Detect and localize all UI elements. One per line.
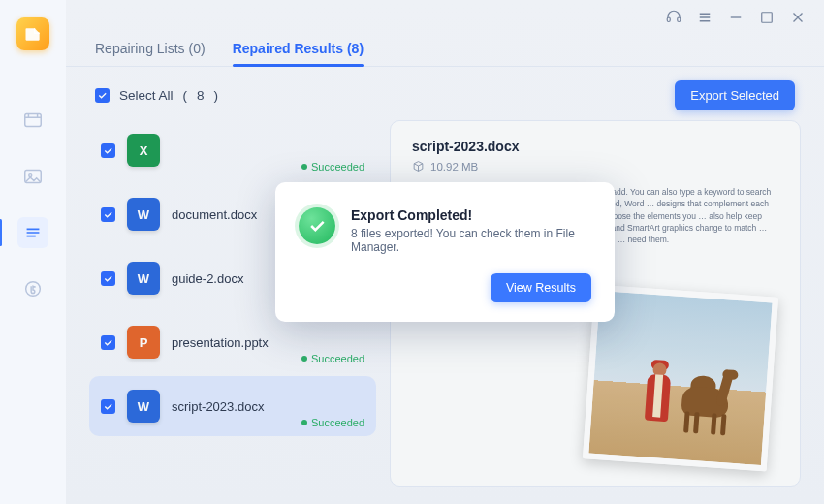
nav-audio-icon[interactable] xyxy=(17,273,48,304)
dialog-message: 8 files exported! You can check them in … xyxy=(351,227,591,254)
app-window: Repairing Lists (0) Repaired Results (8)… xyxy=(0,0,824,504)
main-panel: Repairing Lists (0) Repaired Results (8)… xyxy=(66,0,824,504)
view-results-button[interactable]: View Results xyxy=(491,273,591,302)
app-logo xyxy=(16,17,49,50)
success-check-icon xyxy=(299,207,335,244)
export-completed-dialog: Export Completed! 8 files exported! You … xyxy=(275,182,615,322)
nav-document-icon[interactable] xyxy=(17,217,48,248)
sidebar xyxy=(0,0,66,504)
dialog-title: Export Completed! xyxy=(351,207,591,223)
nav-image-icon[interactable] xyxy=(17,161,48,192)
svg-rect-0 xyxy=(25,114,42,127)
nav-video-icon[interactable] xyxy=(17,105,48,136)
modal-overlay[interactable]: Export Completed! 8 files exported! You … xyxy=(66,0,824,504)
